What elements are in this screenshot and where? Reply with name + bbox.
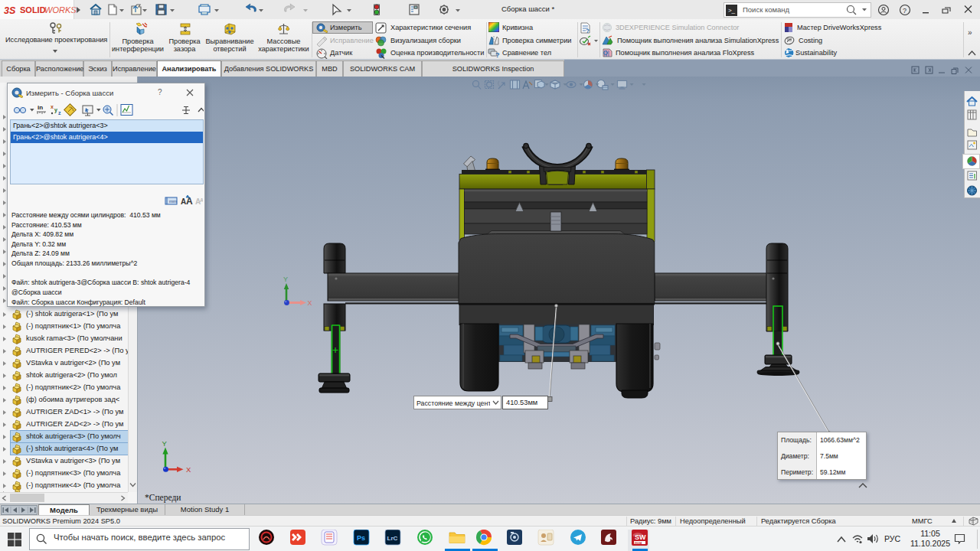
svg-text:Ps: Ps: [357, 534, 365, 542]
svg-text:in: in: [38, 104, 43, 111]
svg-text:Y: Y: [283, 276, 288, 283]
svg-text:X: X: [308, 299, 312, 307]
svg-text:SOLID: SOLID: [20, 5, 46, 15]
svg-text:Y: Y: [162, 439, 168, 448]
svg-text:2024: 2024: [635, 541, 642, 545]
svg-text:mm: mm: [169, 199, 177, 204]
svg-text:А: А: [200, 197, 203, 203]
svg-text:3S: 3S: [4, 5, 16, 16]
svg-text:x: x: [51, 104, 54, 109]
svg-text:z: z: [58, 110, 61, 116]
svg-text:?: ?: [586, 28, 590, 34]
svg-text:LrC: LrC: [387, 535, 398, 542]
svg-text:X: X: [186, 465, 191, 474]
svg-text:?: ?: [903, 7, 906, 15]
svg-text:y: y: [54, 107, 57, 113]
svg-text:?: ?: [495, 51, 500, 59]
svg-text:SW: SW: [635, 533, 646, 541]
svg-text:WORKS: WORKS: [44, 5, 77, 15]
